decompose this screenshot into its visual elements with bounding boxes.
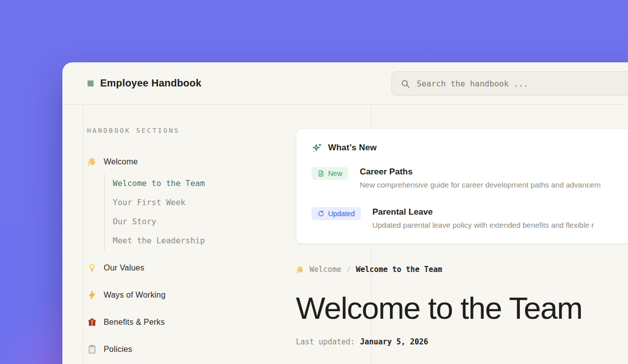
whats-new-item-description: New comprehensive guide for career devel… [360,180,601,190]
sidebar-item-welcome[interactable]: Welcome [87,155,278,168]
whats-new-item-parental-leave[interactable]: Updated Parental Leave Updated parental … [311,207,628,230]
main-content: What’s New New Career Paths New com [296,128,628,347]
new-badge: New [311,167,348,180]
badge-label: New [328,169,342,177]
updated-badge: Updated [311,207,361,220]
app-window: Employee Handbook HANDBOOK SECTIONS [62,62,628,364]
last-updated-label: Last updated: [296,337,355,347]
sidebar-heading: HANDBOOK SECTIONS [87,127,278,135]
sidebar-item-label: Ways of Working [104,291,166,300]
search-input[interactable] [417,79,628,88]
sidebar-item-label: Welcome [104,157,138,166]
sidebar-item-benefits-perks[interactable]: Benefits & Perks [87,316,278,329]
whats-new-item-description: Updated parental leave policy with exten… [372,220,594,230]
breadcrumb: Welcome / Welcome to the Team [296,264,628,275]
desktop-background: { "app": { "title": "Employee Handbook" … [0,0,628,364]
light-bulb-icon [87,263,97,273]
sidebar-subitem-your-first-week[interactable]: Your First Week [113,193,278,212]
breadcrumb-current-page: Welcome to the Team [356,265,442,274]
sidebar-item-label: Policies [104,345,132,354]
sidebar: HANDBOOK SECTIONS Welcome Welcome to the [87,127,278,356]
column-rule-left [83,105,84,364]
last-updated-value: January 5, 2026 [360,337,428,347]
sidebar-subitem-our-story[interactable]: Our Story [113,212,278,231]
last-updated: Last updated: January 5, 2026 [296,337,628,347]
sparkles-icon [311,143,322,153]
page-title: Welcome to the Team [296,290,628,326]
waving-hand-icon [296,265,304,274]
search-icon [401,79,410,88]
sidebar-item-ways-of-working[interactable]: Ways of Working [87,289,278,302]
refresh-icon [318,210,325,217]
search-bar[interactable] [391,71,628,96]
sidebar-item-label: Benefits & Perks [104,318,165,327]
clipboard-icon [87,344,97,354]
sidebar-sublist-welcome: Welcome to the Team Your First Week Our … [104,174,278,250]
waving-hand-icon [87,157,97,167]
whats-new-item-title: Career Paths [360,167,601,177]
app-title: Employee Handbook [100,77,201,89]
sidebar-item-label: Our Values [104,263,144,272]
whats-new-header: What’s New [311,142,628,154]
document-icon [318,170,325,177]
sidebar-subitem-welcome-to-the-team[interactable]: Welcome to the Team [113,174,278,193]
sidebar-subitem-meet-the-leadership[interactable]: Meet the Leadership [113,231,278,250]
app-logo-square-icon [88,80,94,86]
breadcrumb-section-link[interactable]: Welcome [309,265,341,274]
app-header: Employee Handbook [62,62,628,105]
badge-label: Updated [328,210,355,218]
sidebar-item-policies[interactable]: Policies [87,343,278,356]
whats-new-title: What’s New [328,143,377,153]
gift-icon [87,317,97,327]
sidebar-item-our-values[interactable]: Our Values [87,261,278,275]
lightning-bolt-icon [87,290,97,300]
breadcrumb-separator: / [346,265,351,274]
whats-new-item-text: Parental Leave Updated parental leave po… [372,207,594,230]
whats-new-item-title: Parental Leave [372,207,594,217]
whats-new-card: What’s New New Career Paths New com [296,128,628,244]
whats-new-item-text: Career Paths New comprehensive guide for… [360,167,601,190]
whats-new-item-career-paths[interactable]: New Career Paths New comprehensive guide… [311,167,628,190]
